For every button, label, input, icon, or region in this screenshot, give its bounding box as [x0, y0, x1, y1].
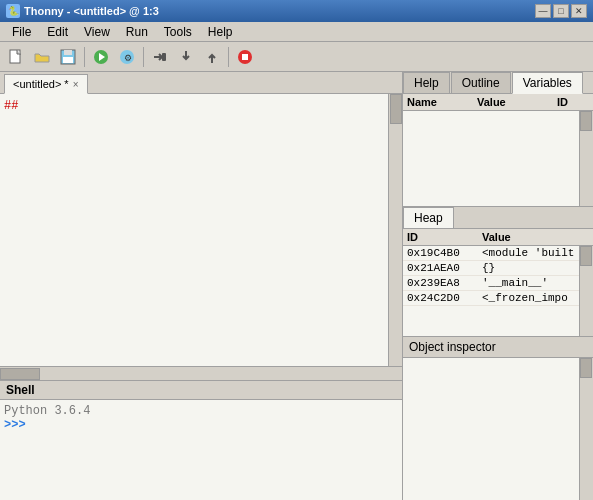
oi-scrollbar-thumb[interactable] — [580, 358, 592, 378]
h-scrollbar-thumb[interactable] — [0, 368, 40, 380]
heap-row-1: 0x21AEA0 {} — [403, 261, 593, 276]
heap-content: 0x19C4B0 <module 'built 0x21AEA0 {} 0x23… — [403, 246, 593, 336]
heap-cell-id-3: 0x24C2D0 — [403, 291, 478, 305]
open-file-button[interactable] — [30, 45, 54, 69]
menu-bar: File Edit View Run Tools Help — [0, 22, 593, 42]
panel-tab-bar: Help Outline Variables — [403, 72, 593, 94]
var-header-id: ID — [553, 96, 593, 108]
left-panel: <untitled> * × ## Shell Python 3.6.4 >>> — [0, 72, 403, 500]
heap-row-3: 0x24C2D0 <_frozen_impo — [403, 291, 593, 306]
heap-cell-value-0: <module 'built — [478, 246, 593, 260]
heap-cell-value-2: '__main__' — [478, 276, 593, 290]
h-scrollbar-track[interactable] — [0, 368, 402, 380]
step-out-button[interactable] — [200, 45, 224, 69]
run-button[interactable] — [89, 45, 113, 69]
heap-header-id: ID — [403, 231, 478, 243]
tab-variables[interactable]: Variables — [512, 72, 583, 94]
variables-table: Name Value ID — [403, 94, 593, 206]
variables-panel: Help Outline Variables Name Value ID — [403, 72, 593, 207]
shell-prompt: >>> — [4, 418, 398, 432]
variables-content — [403, 111, 593, 206]
step-into-button[interactable] — [174, 45, 198, 69]
menu-edit[interactable]: Edit — [39, 23, 76, 41]
stop-button[interactable] — [233, 45, 257, 69]
main-content: <untitled> * × ## Shell Python 3.6.4 >>> — [0, 72, 593, 500]
heap-cell-id-0: 0x19C4B0 — [403, 246, 478, 260]
code-line-1: ## — [4, 98, 384, 114]
menu-tools[interactable]: Tools — [156, 23, 200, 41]
toolbar: ⚙ — [0, 42, 593, 72]
object-inspector-header: Object inspector — [403, 337, 593, 358]
minimize-button[interactable]: — — [535, 4, 551, 18]
editor-tab-label: <untitled> * — [13, 78, 69, 90]
heap-header-value: Value — [478, 231, 593, 243]
editor-tab-untitled[interactable]: <untitled> * × — [4, 74, 88, 94]
title-text: Thonny - <untitled> @ 1:3 — [24, 5, 159, 17]
tab-heap[interactable]: Heap — [403, 207, 454, 228]
close-button[interactable]: ✕ — [571, 4, 587, 18]
app-icon: 🐍 — [6, 4, 20, 18]
variables-scrollbar-thumb[interactable] — [580, 111, 592, 131]
shell-python-version: Python 3.6.4 — [4, 404, 398, 418]
menu-help[interactable]: Help — [200, 23, 241, 41]
svg-rect-3 — [63, 57, 73, 63]
editor-tab-bar: <untitled> * × — [0, 72, 402, 94]
toolbar-separator-1 — [84, 47, 85, 67]
step-over-button[interactable] — [148, 45, 172, 69]
heap-panel: Heap ID Value 0x19C4B0 <module 'built 0x… — [403, 207, 593, 337]
save-file-button[interactable] — [56, 45, 80, 69]
svg-rect-8 — [162, 53, 166, 61]
toolbar-separator-2 — [143, 47, 144, 67]
heap-scrollbar-thumb[interactable] — [580, 246, 592, 266]
var-header-value: Value — [473, 96, 553, 108]
oi-scrollbar[interactable] — [579, 358, 593, 500]
heap-scrollbar[interactable] — [579, 246, 593, 336]
tab-close-button[interactable]: × — [73, 79, 79, 90]
svg-rect-2 — [64, 50, 72, 55]
heap-cell-value-3: <_frozen_impo — [478, 291, 593, 305]
svg-text:⚙: ⚙ — [124, 53, 132, 63]
heap-cell-id-2: 0x239EA8 — [403, 276, 478, 290]
var-header-name: Name — [403, 96, 473, 108]
variables-table-header: Name Value ID — [403, 94, 593, 111]
svg-rect-10 — [242, 54, 248, 60]
heap-cell-id-1: 0x21AEA0 — [403, 261, 478, 275]
heap-row-0: 0x19C4B0 <module 'built — [403, 246, 593, 261]
debug-button[interactable]: ⚙ — [115, 45, 139, 69]
tab-help[interactable]: Help — [403, 72, 450, 93]
toolbar-separator-3 — [228, 47, 229, 67]
editor-scroll-area: ## — [0, 94, 402, 366]
menu-view[interactable]: View — [76, 23, 118, 41]
tab-outline[interactable]: Outline — [451, 72, 511, 93]
code-editor[interactable]: ## — [0, 94, 388, 366]
window-controls: — □ ✕ — [535, 4, 587, 18]
title-bar: 🐍 Thonny - <untitled> @ 1:3 — □ ✕ — [0, 0, 593, 22]
right-panel: Help Outline Variables Name Value ID — [403, 72, 593, 500]
editor-horizontal-scrollbar[interactable] — [0, 366, 402, 380]
editor-vertical-scrollbar[interactable] — [388, 94, 402, 366]
menu-run[interactable]: Run — [118, 23, 156, 41]
object-inspector-content[interactable] — [403, 358, 593, 500]
object-inspector-panel: Object inspector — [403, 337, 593, 500]
heap-cell-value-1: {} — [478, 261, 593, 275]
shell-panel: Shell Python 3.6.4 >>> — [0, 380, 402, 500]
heap-row-2: 0x239EA8 '__main__' — [403, 276, 593, 291]
shell-header: Shell — [0, 381, 402, 400]
new-file-button[interactable] — [4, 45, 28, 69]
menu-file[interactable]: File — [4, 23, 39, 41]
shell-content[interactable]: Python 3.6.4 >>> — [0, 400, 402, 500]
heap-header: Heap — [403, 207, 593, 229]
title-bar-left: 🐍 Thonny - <untitled> @ 1:3 — [6, 4, 159, 18]
editor-scrollbar-thumb[interactable] — [390, 94, 402, 124]
heap-table-header: ID Value — [403, 229, 593, 246]
variables-scrollbar[interactable] — [579, 111, 593, 206]
maximize-button[interactable]: □ — [553, 4, 569, 18]
